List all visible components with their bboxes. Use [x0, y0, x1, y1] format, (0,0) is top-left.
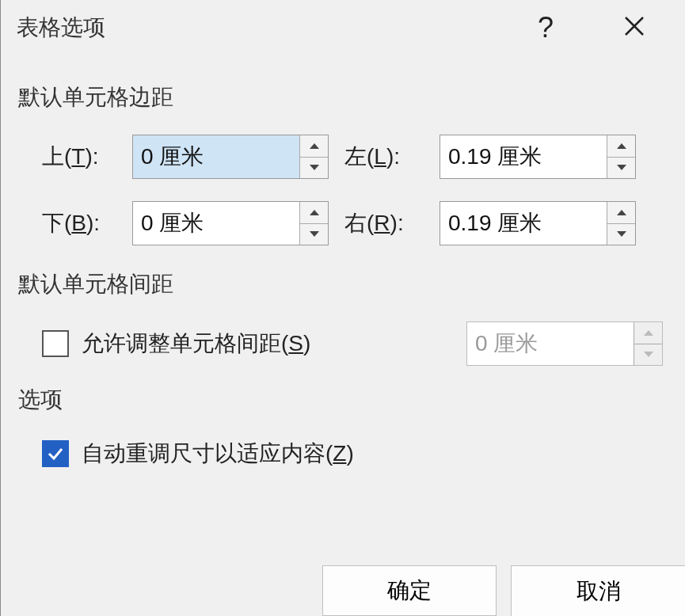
auto-resize-checkbox[interactable] — [42, 440, 69, 467]
spin-down-button[interactable] — [300, 158, 328, 179]
right-margin-spinner[interactable]: 0.19 厘米 — [440, 201, 636, 245]
cancel-button[interactable]: 取消 — [511, 565, 685, 616]
spinner-buttons — [607, 135, 635, 178]
top-margin-spinner[interactable]: 0 厘米 — [132, 135, 329, 179]
cell-spacing-value: 0 厘米 — [467, 322, 634, 365]
check-icon — [47, 445, 64, 462]
left-margin-label: 左(L): — [344, 142, 424, 172]
bottom-margin-spinner[interactable]: 0 厘米 — [132, 201, 329, 245]
spin-up-button — [634, 322, 662, 344]
spin-up-button[interactable] — [300, 202, 328, 224]
close-icon — [623, 15, 645, 37]
spin-down-button — [634, 344, 662, 366]
cell-spacing-spinner: 0 厘米 — [466, 321, 663, 366]
table-options-dialog: 表格选项 ? 默认单元格边距 上(T): 0 厘米 左(L) — [0, 0, 685, 616]
left-margin-spinner[interactable]: 0.19 厘米 — [440, 135, 636, 179]
dialog-footer: 确定 取消 — [322, 565, 685, 616]
spinner-buttons — [299, 135, 328, 178]
spin-up-button[interactable] — [607, 135, 635, 158]
titlebar-buttons: ? — [538, 13, 669, 42]
left-margin-value[interactable]: 0.19 厘米 — [440, 135, 607, 178]
right-margin-value[interactable]: 0.19 厘米 — [440, 202, 607, 245]
titlebar: 表格选项 ? — [1, 0, 685, 55]
section-default-spacing: 默认单元格间距 — [18, 269, 668, 299]
bottom-margin-label: 下(B): — [42, 208, 116, 238]
options-row: 自动重调尺寸以适应内容(Z) — [18, 439, 668, 469]
right-margin-label: 右(R): — [344, 208, 424, 238]
help-button[interactable]: ? — [538, 13, 554, 42]
spinner-buttons — [607, 202, 635, 245]
auto-resize-label[interactable]: 自动重调尺寸以适应内容(Z) — [82, 439, 354, 469]
bottom-margin-value[interactable]: 0 厘米 — [133, 202, 299, 245]
spin-down-button[interactable] — [300, 224, 328, 245]
ok-button[interactable]: 确定 — [322, 565, 497, 616]
spin-up-button[interactable] — [607, 202, 635, 224]
allow-spacing-checkbox[interactable] — [42, 330, 69, 357]
margins-grid: 上(T): 0 厘米 左(L): 0.19 厘米 — [18, 135, 668, 245]
spin-up-button[interactable] — [300, 135, 328, 158]
top-margin-value[interactable]: 0 厘米 — [133, 135, 299, 178]
dialog-title: 表格选项 — [17, 13, 105, 43]
spacing-row: 允许调整单元格间距(S) 0 厘米 — [18, 321, 668, 366]
spin-down-button[interactable] — [607, 158, 635, 179]
allow-spacing-label[interactable]: 允许调整单元格间距(S) — [82, 329, 310, 359]
spinner-buttons — [299, 202, 328, 245]
spin-down-button[interactable] — [607, 224, 635, 245]
section-options: 选项 — [18, 385, 668, 415]
close-button[interactable] — [623, 14, 645, 41]
section-default-margins: 默认单元格边距 — [18, 82, 668, 112]
top-margin-label: 上(T): — [42, 142, 116, 172]
dialog-content: 默认单元格边距 上(T): 0 厘米 左(L): 0.19 厘米 — [1, 55, 685, 469]
spinner-buttons — [634, 322, 662, 365]
